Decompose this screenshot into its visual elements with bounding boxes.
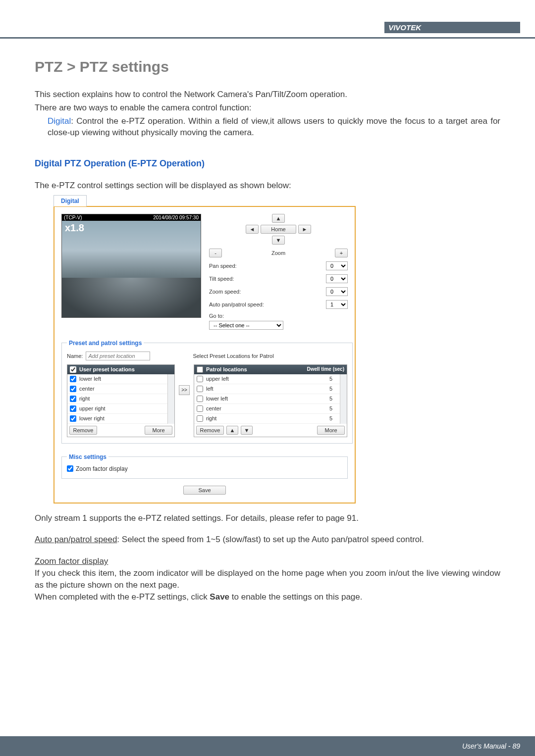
section-heading: Digital PTZ Operation (E-PTZ Operation) (35, 158, 500, 169)
autopan-speed-label: Auto pan/patrol speed: (209, 302, 264, 307)
footer-page: 89 (512, 742, 520, 750)
settings-screenshot: Digital (TCP-V) 2014/08/20 09:57:30 x1.8… (54, 195, 500, 504)
pan-right-button[interactable]: ► (298, 225, 311, 234)
autopan-paragraph: Auto pan/patrol speed: Select the speed … (35, 534, 500, 546)
list-item[interactable]: center5 (194, 404, 347, 414)
settings-panel: (TCP-V) 2014/08/20 09:57:30 x1.8 ▲ ◄ Hom… (54, 206, 356, 504)
patrol-item-checkbox[interactable] (197, 396, 203, 402)
tilt-down-button[interactable]: ▼ (272, 236, 285, 245)
intro-paragraph-2: There are two ways to enable the camera … (35, 102, 500, 114)
preset-legend: Preset and patrol settings (67, 340, 144, 347)
patrol-move-up-button[interactable]: ▲ (226, 426, 238, 435)
page-footer: User's Manual - 89 (0, 736, 535, 756)
video-timestamp: 2014/08/20 09:57:30 (153, 215, 199, 220)
video-preview: (TCP-V) 2014/08/20 09:57:30 x1.8 (61, 214, 201, 318)
preset-name-input[interactable] (86, 352, 150, 360)
preset-header-checkbox[interactable] (70, 366, 76, 373)
tab-digital[interactable]: Digital (54, 195, 87, 206)
list-item[interactable]: lower right (67, 414, 174, 424)
autopan-speed-select[interactable]: 1 (326, 300, 348, 309)
zoom-overlay: x1.8 (65, 222, 84, 234)
note-stream1: Only stream 1 supports the e-PTZ related… (35, 512, 500, 524)
page-title: PTZ > PTZ settings (35, 58, 500, 75)
zoomfactor-heading: Zoom factor display (35, 555, 500, 567)
preset-name-label: Name: (67, 353, 83, 359)
intro-paragraph-1: This section explains how to control the… (35, 89, 500, 101)
list-item[interactable]: lower left (67, 374, 174, 384)
section-body: The e-PTZ control settings section will … (35, 180, 500, 192)
page-content: PTZ > PTZ settings This section explains… (0, 39, 535, 603)
patrol-item-checkbox[interactable] (197, 386, 203, 392)
patrol-item-checkbox[interactable] (197, 415, 203, 422)
autopan-label: Auto pan/patrol speed (35, 535, 117, 544)
list-item[interactable]: right5 (194, 414, 347, 424)
brand-label: VIVOTEK (384, 22, 520, 33)
pan-speed-label: Pan speed: (209, 263, 237, 269)
user-preset-list: User preset locations lower left center … (67, 364, 175, 437)
scrollbar[interactable] (167, 374, 174, 424)
patrol-list-header: Patrol locations (206, 366, 247, 372)
zoom-in-button[interactable]: + (335, 249, 348, 257)
list-item[interactable]: right (67, 394, 174, 404)
pan-speed-select[interactable]: 0 (326, 261, 348, 270)
preset-more-button[interactable]: More (145, 426, 172, 435)
patrol-list: Patrol locationsDwell time (sec) upper l… (194, 364, 347, 437)
zoom-out-button[interactable]: - (209, 249, 222, 257)
preset-item-checkbox[interactable] (70, 405, 76, 412)
patrol-item-checkbox[interactable] (197, 405, 203, 412)
tilt-speed-select[interactable]: 0 (326, 274, 348, 283)
tilt-up-button[interactable]: ▲ (272, 214, 285, 223)
save-word: Save (210, 592, 229, 602)
page-header: VIVOTEK (0, 0, 535, 39)
patrol-remove-button[interactable]: Remove (196, 426, 224, 435)
zoomfactor-body-1: If you check this item, the zoom indicat… (35, 567, 500, 591)
autopan-body: : Select the speed from 1~5 (slow/fast) … (117, 535, 424, 544)
select-preset-label: Select Preset Locations for Patrol (193, 353, 273, 359)
preset-fieldset: Preset and patrol settings Name: Select … (61, 340, 353, 444)
zoom-factor-checkbox[interactable] (67, 465, 73, 472)
dwell-header: Dwell time (sec) (307, 367, 344, 372)
preset-item-checkbox[interactable] (70, 415, 76, 422)
zoom-label: Zoom (224, 250, 333, 256)
scrollbar[interactable] (340, 374, 347, 424)
ptz-controls: ▲ ◄ Home ► ▼ - Zoom + Pan speed:0 Tilt s… (209, 214, 348, 330)
digital-label: Digital (48, 116, 71, 126)
list-item[interactable]: left5 (194, 384, 347, 394)
misc-fieldset: Misc settings Zoom factor display (61, 454, 348, 479)
patrol-more-button[interactable]: More (317, 426, 345, 435)
patrol-item-checkbox[interactable] (197, 376, 203, 382)
list-item[interactable]: upper left5 (194, 374, 347, 384)
pan-left-button[interactable]: ◄ (246, 225, 259, 234)
zoomfactor-body-2: When completed with the e-PTZ settings, … (35, 591, 500, 603)
patrol-header-checkbox[interactable] (197, 366, 203, 373)
tilt-speed-label: Tilt speed: (209, 276, 234, 282)
video-title: (TCP-V) (64, 215, 82, 220)
preset-item-checkbox[interactable] (70, 386, 76, 392)
preset-list-header: User preset locations (79, 366, 135, 372)
digital-desc-text: : Control the e-PTZ operation. Within a … (48, 116, 500, 137)
list-item[interactable]: center (67, 384, 174, 394)
home-button[interactable]: Home (261, 225, 296, 234)
list-item[interactable]: lower left5 (194, 394, 347, 404)
goto-select[interactable]: -- Select one -- (209, 321, 283, 330)
transfer-right-button[interactable]: >> (179, 385, 190, 395)
preset-item-checkbox[interactable] (70, 376, 76, 382)
patrol-move-down-button[interactable]: ▼ (241, 426, 253, 435)
goto-label: Go to: (209, 313, 224, 319)
zoom-factor-label: Zoom factor display (76, 465, 128, 472)
zoom-speed-select[interactable]: 0 (326, 287, 348, 296)
misc-legend: Misc settings (67, 454, 108, 460)
footer-label: User's Manual - (462, 742, 512, 750)
preset-remove-button[interactable]: Remove (69, 426, 97, 435)
zoom-speed-label: Zoom speed: (209, 289, 241, 295)
list-item[interactable]: upper right (67, 404, 174, 414)
preset-item-checkbox[interactable] (70, 396, 76, 402)
save-button[interactable]: Save (183, 486, 226, 495)
digital-description: Digital: Control the e-PTZ operation. Wi… (35, 116, 500, 139)
